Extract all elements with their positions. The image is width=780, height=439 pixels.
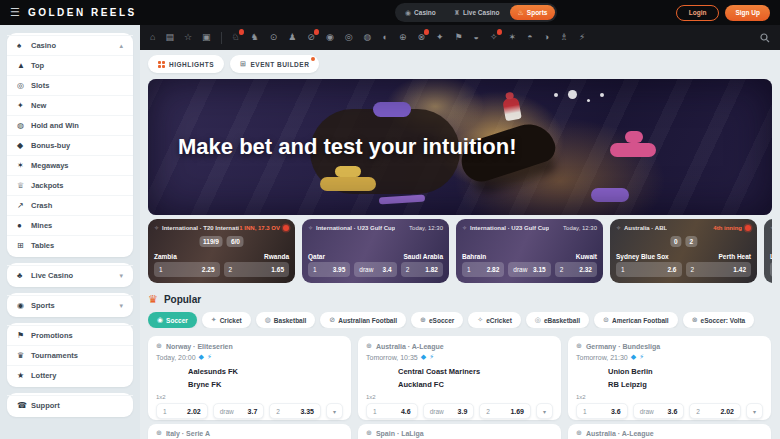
more-odds-button[interactable]: ▾	[536, 403, 553, 419]
signup-button[interactable]: Sign Up	[725, 5, 770, 21]
login-button[interactable]: Login	[676, 5, 720, 21]
hamburger-menu-icon[interactable]: ☰	[10, 6, 20, 19]
odd-button[interactable]: 1 4.6	[366, 403, 418, 419]
sport-icon[interactable]: ♟	[288, 33, 296, 42]
sport-chip[interactable]: ⊙ American Football	[594, 312, 678, 328]
odd-button[interactable]: draw 3.15	[508, 262, 550, 277]
brand-logo[interactable]: GOLDEN REELS	[28, 7, 137, 18]
jersey-icon[interactable]: ◆	[421, 353, 426, 361]
sidebar-item[interactable]: ↗ Crash	[7, 195, 133, 215]
odd-button[interactable]: 2 1.65	[224, 262, 290, 277]
sport-icon[interactable]: ⚑	[455, 33, 463, 42]
odd-button[interactable]: 1 2.6	[616, 262, 682, 277]
sport-icon[interactable]: ⊕	[399, 33, 407, 42]
match-card[interactable]: ⊕ Australia · A-League Tomorrow, 10:35 ◆…	[358, 336, 561, 420]
sport-icon[interactable]: ⚡	[579, 33, 585, 42]
carousel-dot[interactable]	[587, 99, 590, 102]
odd-button[interactable]: 2 1.69	[479, 403, 531, 419]
sidebar-item[interactable]: ◎ Slots	[7, 75, 133, 95]
sport-chip[interactable]: ◎ eBasketball	[526, 312, 589, 328]
more-odds-button[interactable]: ▾	[746, 403, 763, 419]
sidebar-item[interactable]: ☎ Support	[7, 395, 133, 415]
carousel-dot[interactable]	[554, 93, 558, 97]
sidebar-item[interactable]: ★ Lottery	[7, 365, 133, 385]
sport-chip[interactable]: ✦ Cricket	[202, 312, 251, 328]
odd-button[interactable]: draw 3.7	[213, 403, 265, 419]
carousel-dot[interactable]	[600, 93, 604, 97]
sidebar-item[interactable]: ♕ Jackpots	[7, 175, 133, 195]
sport-icon[interactable]: ⊙	[270, 33, 278, 42]
sport-icon[interactable]: ✦	[436, 33, 444, 42]
sport-icon[interactable]: ✧	[490, 33, 498, 42]
sidebar-item[interactable]: ✶ Megaways	[7, 155, 133, 175]
jersey-icon[interactable]: ◆	[199, 353, 204, 361]
odd-button[interactable]: draw 3.6	[633, 403, 685, 419]
odd-button[interactable]: 1 3.6	[576, 403, 628, 419]
sidebar-item[interactable]: ♛ Tournaments	[7, 345, 133, 365]
sidebar-item[interactable]: ♣ Live Casino ▾	[7, 265, 133, 285]
sportsbar-icon[interactable]: ▤	[165, 33, 174, 42]
featured-event-card[interactable]: ✧ International · T20 Internationals 1 I…	[148, 219, 295, 283]
odd-button[interactable]: 1 2.82	[462, 262, 504, 277]
sport-icon[interactable]: ◒	[474, 33, 479, 42]
match-card-partial[interactable]: ⊕ Australia · A-League	[568, 424, 771, 439]
match-card[interactable]: ⊕ Norway · Eliteserien Today, 20:00 ◆ ⚡ …	[148, 336, 351, 420]
sport-icon[interactable]: ◑	[544, 33, 549, 42]
sidebar-item[interactable]: ⊞ Tables	[7, 235, 133, 255]
tab-event-builder[interactable]: ⊞ EVENT BUILDER	[230, 55, 319, 73]
odd-button[interactable]: 1 3.95	[308, 262, 350, 277]
odd-button[interactable]: 1	[770, 262, 772, 277]
product-nav-item[interactable]: ◉ Casino	[397, 5, 444, 20]
sidebar-item[interactable]: ▲ Top	[7, 55, 133, 75]
featured-event-card[interactable]: ✧ International · U23 Gulf Cup Today, 12…	[456, 219, 603, 283]
sport-icon[interactable]: ◓	[527, 33, 532, 42]
featured-event-card[interactable]: ✧ Australia · ABL 4th inning 02	[610, 219, 757, 283]
sidebar-item[interactable]: ● Mines	[7, 215, 133, 235]
sport-chip[interactable]: ◍ Basketball	[256, 312, 316, 328]
tab-highlights[interactable]: HIGHLIGHTS	[148, 55, 224, 73]
odd-button[interactable]: 2 1.82	[401, 262, 443, 277]
sport-chip[interactable]: ✧ eCricket	[468, 312, 521, 328]
odd-button[interactable]: 1 2.25	[154, 262, 220, 277]
sportsbar-icon[interactable]: ▣	[202, 33, 211, 42]
odd-button[interactable]: 1 2.02	[156, 403, 208, 419]
promo-banner[interactable]: Make bet and test your intuition!	[148, 79, 772, 215]
sportsbar-icon[interactable]: ⌂	[150, 33, 155, 42]
jersey-icon[interactable]: ◆	[631, 353, 636, 361]
featured-event-card[interactable]: ✧ International Le	[764, 219, 772, 283]
match-card-partial[interactable]: ⊕ Italy · Serie A	[148, 424, 351, 439]
sport-icon[interactable]: ⊘	[307, 33, 315, 42]
odd-button[interactable]: 2 1.42	[686, 262, 752, 277]
sidebar-item[interactable]: ⚑ Promotions	[7, 325, 133, 345]
stats-icon[interactable]: ⚡	[207, 353, 212, 361]
sidebar-item[interactable]: ◍ Hold and Win	[7, 115, 133, 135]
sidebar-item[interactable]: ♠ Casino ▴	[7, 35, 133, 55]
sportsbar-icon[interactable]: ☆	[184, 33, 192, 42]
odd-button[interactable]: 2 3.35	[269, 403, 321, 419]
sport-icon[interactable]: ♗	[560, 33, 568, 42]
sport-icon[interactable]: ◎	[345, 33, 353, 42]
search-icon[interactable]	[760, 33, 770, 43]
more-odds-button[interactable]: ▾	[326, 403, 343, 419]
sport-icon[interactable]: ◐	[382, 33, 387, 42]
sport-icon[interactable]: ◉	[326, 33, 334, 42]
sport-chip[interactable]: ⊕ eSoccer	[411, 312, 463, 328]
sport-chip[interactable]: ◉ Soccer	[148, 312, 197, 328]
sport-icon[interactable]: ⊗	[417, 33, 425, 42]
stats-icon[interactable]: ⚡	[639, 353, 644, 361]
match-card[interactable]: ⊕ Germany · Bundesliga Tomorrow, 21:30 ◆…	[568, 336, 771, 420]
sport-chip[interactable]: ⊗ eSoccer: Volta	[683, 312, 755, 328]
stats-icon[interactable]: ⚡	[429, 353, 434, 361]
match-card-partial[interactable]: ⊕ Spain · LaLiga	[358, 424, 561, 439]
product-nav-item[interactable]: ♜ Live Casino	[446, 5, 508, 20]
odd-button[interactable]: draw 3.9	[423, 403, 475, 419]
sidebar-item[interactable]: ◉ Sports ▾	[7, 295, 133, 315]
product-nav-item[interactable]: ♨ Sports	[510, 5, 556, 20]
sport-icon[interactable]: ◍	[364, 33, 372, 42]
sport-icon[interactable]: ✶	[509, 33, 517, 42]
carousel-dot-active[interactable]	[568, 90, 577, 99]
odd-button[interactable]: 2 2.32	[555, 262, 597, 277]
odd-button[interactable]: 2 2.02	[689, 403, 741, 419]
sport-chip[interactable]: ⊘ Australian Football	[320, 312, 406, 328]
sidebar-item[interactable]: ◆ Bonus-buy	[7, 135, 133, 155]
